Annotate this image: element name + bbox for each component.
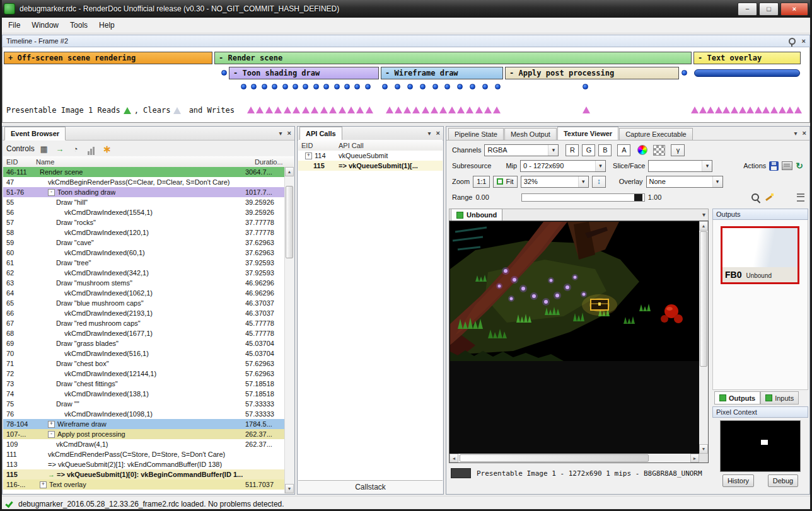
history-button[interactable]: History xyxy=(722,474,754,487)
outputs-list[interactable]: FB0 Unbound xyxy=(712,220,808,390)
minimize-button[interactable]: − xyxy=(738,3,757,16)
timeline-bar-wireframe[interactable]: - Wireframe draw xyxy=(381,67,503,79)
event-row[interactable]: 78-104+Wireframe draw1784.5... xyxy=(3,419,284,429)
scrollbar-thumb[interactable] xyxy=(460,454,649,462)
event-row[interactable]: 65Draw "blue mushroom caps"46.37037 xyxy=(3,298,284,308)
scroll-up-icon[interactable]: ▲ xyxy=(699,221,708,231)
chevron-down-icon[interactable]: ▾ xyxy=(702,211,705,218)
event-row[interactable]: 116-...+Text overlay511.7037 xyxy=(3,479,284,490)
mip-select[interactable]: 0 - 1272x690 ▾ xyxy=(520,160,606,172)
menu-help[interactable]: Help xyxy=(93,19,120,32)
timeline-bar-post[interactable]: - Apply post processing xyxy=(505,67,679,79)
zoom-range-icon[interactable] xyxy=(750,192,761,203)
event-row[interactable]: 62vkCmdDrawIndexed(342,1)37.92593 xyxy=(3,268,284,278)
menu-tools[interactable]: Tools xyxy=(64,19,93,32)
scroll-up-icon[interactable]: ▲ xyxy=(285,167,294,176)
event-row[interactable]: 46-111Render scene3064.7... xyxy=(3,167,284,177)
event-row[interactable]: 69Draw "grass blades"45.03704 xyxy=(3,338,284,348)
event-row[interactable]: 73Draw "chest fittings"57.18518 xyxy=(3,379,284,389)
event-row[interactable]: 109vkCmdDraw(4,1)262.37... xyxy=(3,439,284,449)
event-row[interactable]: 68vkCmdDrawIndexed(1677,1)45.77778 xyxy=(3,328,284,338)
event-row[interactable]: 74vkCmdDrawIndexed(138,1)57.18518 xyxy=(3,389,284,399)
event-row[interactable]: 55Draw "hill"39.25926 xyxy=(3,197,284,207)
channel-a-button[interactable]: A xyxy=(617,144,630,156)
event-row[interactable]: 67Draw "red mushroom caps"45.77778 xyxy=(3,318,284,328)
time-draws-icon[interactable]: ◔ xyxy=(69,142,82,155)
collapse-icon[interactable]: - xyxy=(48,189,55,196)
column-api-call[interactable]: API Call xyxy=(339,142,443,149)
tab-inputs[interactable]: Inputs xyxy=(760,391,799,405)
maximize-button[interactable]: □ xyxy=(759,3,779,16)
range-options-icon[interactable] xyxy=(797,193,804,202)
tab-unbound-texture[interactable]: Unbound xyxy=(451,209,502,221)
tab-pipeline-state[interactable]: Pipeline State xyxy=(448,128,504,140)
event-browser-scrollbar[interactable]: ▲ ▼ xyxy=(284,167,294,493)
event-row[interactable]: 66vkCmdDrawIndexed(2193,1)46.37037 xyxy=(3,308,284,318)
overlay-select[interactable]: None ▾ xyxy=(646,176,723,188)
callstack-section[interactable]: Callstack xyxy=(298,480,443,493)
event-row[interactable]: 47vkCmdBeginRenderPass(C=Clear, D=Clear,… xyxy=(3,177,284,187)
timeline-bar-toon[interactable]: - Toon shading draw xyxy=(229,67,379,79)
timeline-body[interactable]: + Off-screen scene rendering - Render sc… xyxy=(2,47,810,123)
event-row[interactable]: 111vkCmdEndRenderPass(C=Store, D=Store, … xyxy=(3,449,284,459)
pin-icon[interactable] xyxy=(789,38,796,45)
channel-b-button[interactable]: B xyxy=(598,144,612,156)
api-table-body[interactable]: +114vkQueueSubmit115=> vkQueueSubmit(1)[… xyxy=(298,151,443,480)
event-row[interactable]: 113=> vkQueueSubmit(2)[1]: vkEndCommandB… xyxy=(3,459,284,469)
debug-button[interactable]: Debug xyxy=(768,474,798,487)
event-row[interactable]: 61Draw "tree"37.92593 xyxy=(3,258,284,268)
tab-outputs[interactable]: Outputs xyxy=(714,391,760,405)
tab-mesh-output[interactable]: Mesh Output xyxy=(504,128,557,140)
chevron-down-icon[interactable]: ▾ xyxy=(279,130,282,137)
chevron-down-icon[interactable]: ▾ xyxy=(428,130,431,137)
api-call-row[interactable]: +114vkQueueSubmit xyxy=(298,151,443,161)
scroll-left-icon[interactable]: ◄ xyxy=(450,454,458,462)
scrollbar-thumb[interactable] xyxy=(700,231,707,367)
close-button[interactable]: × xyxy=(780,3,808,16)
event-row[interactable]: 70vkCmdDrawIndexed(516,1)45.03704 xyxy=(3,348,284,359)
chevron-down-icon[interactable]: ▾ xyxy=(794,130,798,137)
event-row[interactable]: 64vkCmdDrawIndexed(1062,1)46.96296 xyxy=(3,288,284,298)
texture-horizontal-scrollbar[interactable]: ◄ ► xyxy=(450,454,699,462)
goto-eid-icon[interactable]: → xyxy=(54,142,66,155)
scrollbar-thumb[interactable] xyxy=(286,186,293,258)
zoom-1to1-button[interactable]: 1:1 xyxy=(473,176,490,188)
texture-image[interactable] xyxy=(450,222,700,361)
timeline-bar-text-overlay[interactable]: - Text overlay xyxy=(693,52,801,64)
event-row[interactable]: 58vkCmdDrawIndexed(120,1)37.77778 xyxy=(3,227,284,238)
column-name[interactable]: Name xyxy=(36,158,255,166)
output-fb0-thumbnail[interactable]: FB0 Unbound xyxy=(721,226,799,284)
texture-display[interactable]: ▲ ▼ ◄ ► xyxy=(449,221,709,463)
channels-select[interactable]: RGBA ▾ xyxy=(484,144,559,156)
column-eid[interactable]: EID xyxy=(298,142,339,149)
save-texture-icon[interactable] xyxy=(769,161,779,171)
expand-icon[interactable]: + xyxy=(40,481,47,488)
color-wheel-icon[interactable] xyxy=(637,145,647,155)
range-slider[interactable] xyxy=(521,193,645,202)
close-icon[interactable]: × xyxy=(287,129,291,137)
timeline-bar-render-scene[interactable]: - Render scene xyxy=(214,52,692,64)
statistics-icon[interactable] xyxy=(85,142,98,155)
api-call-row[interactable]: 115=> vkQueueSubmit(1)[... xyxy=(298,161,443,171)
column-duration[interactable]: Duratio... xyxy=(255,158,294,166)
event-row[interactable]: 59Draw "cave"37.62963 xyxy=(3,238,284,248)
event-row[interactable]: 63Draw "mushroom stems"46.96296 xyxy=(3,278,284,288)
scroll-down-icon[interactable]: ▼ xyxy=(699,444,708,454)
refresh-icon[interactable]: ↻ xyxy=(796,161,803,171)
flip-y-button[interactable]: ↕ xyxy=(592,176,606,188)
event-row[interactable]: 76vkCmdDrawIndexed(1098,1)57.33333 xyxy=(3,409,284,419)
range-slider-handle[interactable] xyxy=(634,194,642,201)
bookmark-icon[interactable]: ∗ xyxy=(101,142,113,155)
close-icon[interactable]: × xyxy=(436,129,440,137)
menu-window[interactable]: Window xyxy=(26,19,64,32)
event-row[interactable]: 51-76-Toon shading draw1017.7... xyxy=(3,187,284,197)
close-icon[interactable]: × xyxy=(802,37,806,45)
scroll-down-icon[interactable]: ▼ xyxy=(285,484,294,493)
export-texture-icon[interactable] xyxy=(782,161,792,170)
find-event-icon[interactable]: ▦ xyxy=(38,142,50,155)
tab-event-browser[interactable]: Event Browser xyxy=(4,127,66,141)
event-row[interactable]: 107-...-Apply post processing262.37... xyxy=(3,429,284,439)
column-eid[interactable]: EID xyxy=(3,158,36,166)
collapse-icon[interactable]: - xyxy=(48,431,55,438)
checkerboard-background-icon[interactable] xyxy=(653,145,665,156)
